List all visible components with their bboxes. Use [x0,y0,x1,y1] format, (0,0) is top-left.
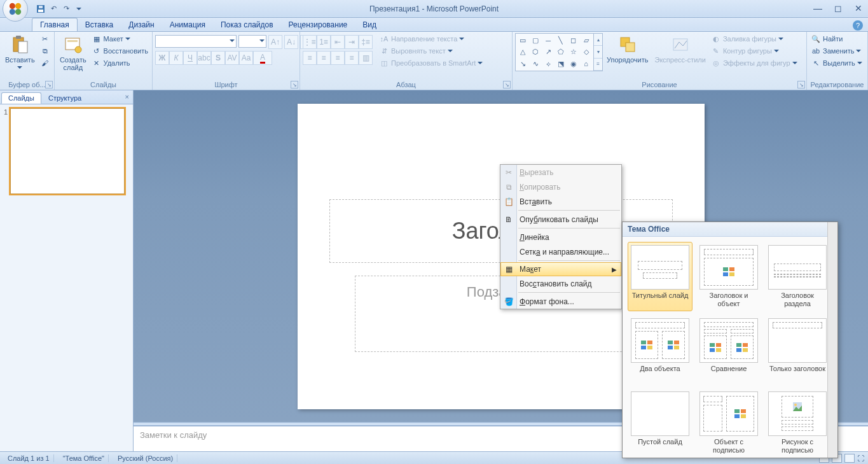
paste-button[interactable]: Вставить [3,33,38,71]
new-slide-button[interactable]: Создать слайд [57,33,89,73]
shadow-button[interactable]: S [211,51,225,65]
group-editing: 🔍Найти abЗаменить ↖Выделить Редактирован… [807,32,868,90]
effects-icon: ◎ [711,58,721,68]
ctx-paste[interactable]: 📋Вставить [500,194,621,209]
thumbnail-1[interactable]: 1 [4,108,129,194]
para-launcher[interactable]: ↘ [503,81,511,88]
close-button[interactable]: ✕ [853,3,864,14]
status-language[interactable]: Русский (Россия) [114,454,177,462]
format-icon: 🪣 [503,296,514,307]
clipboard-launcher[interactable]: ↘ [45,81,53,88]
svg-rect-18 [723,272,728,276]
font-name-combo[interactable] [155,35,237,48]
ctx-ruler[interactable]: Линейка [500,230,621,244]
shape-effects-button[interactable]: ◎Эффекты для фигур [710,57,799,69]
svg-rect-8 [16,36,21,39]
case-button[interactable]: Aa [239,51,253,65]
layout-title-content[interactable]: Заголовок и объект [696,242,761,311]
align-right-button[interactable]: ≡ [331,51,345,65]
shape-fill-button[interactable]: ◐Заливка фигуры [710,33,799,45]
layout-blank[interactable]: Пустой слайд [628,388,692,458]
group-font: A↑ A↓ A̷ Ж К Ч abc S AV Aa A Шрифт ↘ [153,32,300,90]
justify-button[interactable]: ≡ [345,51,359,65]
font-size-combo[interactable] [238,35,266,48]
panel-close-icon[interactable]: × [125,93,129,101]
ctx-layout[interactable]: ▦Макет▶ [500,262,621,276]
tab-animation[interactable]: Анимация [162,18,213,31]
layout-picture-caption[interactable]: Рисунок с подписью [765,388,827,458]
help-icon[interactable]: ? [853,20,863,31]
columns-button[interactable]: ▥ [359,51,373,65]
tab-home[interactable]: Главная [32,18,78,31]
shrink-font-button[interactable]: A↓ [284,35,298,49]
replace-icon: ab [811,46,821,56]
svg-point-1 [15,3,21,8]
numbering-button[interactable]: 1≡ [317,35,331,49]
layout-section-header[interactable]: Заголовок раздела [765,242,827,311]
valign-icon: ⇵ [379,46,389,56]
text-direction-button[interactable]: ↕AНаправление текста [378,33,484,45]
tab-outline-panel[interactable]: Структура [41,92,88,104]
smartart-button[interactable]: ◫Преобразовать в SmartArt [378,57,484,69]
grow-font-button[interactable]: A↑ [268,35,282,49]
tab-slideshow[interactable]: Показ слайдов [213,18,281,31]
select-button[interactable]: ↖Выделить [809,57,864,69]
svg-rect-14 [626,43,635,52]
view-show-icon[interactable] [844,454,855,463]
bullets-button[interactable]: ⋮≡ [303,35,317,49]
reset-button[interactable]: ↺Восстановить [90,45,149,57]
font-color-button[interactable]: A [253,51,272,65]
svg-point-0 [10,3,15,8]
layout-title-only[interactable]: Только заголовок [765,315,827,384]
svg-rect-9 [18,41,27,53]
ctx-grid[interactable]: Сетка и направляющие... [500,244,621,259]
ctx-format[interactable]: 🪣Формат фона... [500,294,621,309]
quick-styles-button[interactable]: Экспресс-стили [652,33,708,65]
tab-review[interactable]: Рецензирование [281,18,355,31]
delete-button[interactable]: ✕Удалить [90,57,149,69]
bold-button[interactable]: Ж [155,51,169,65]
arrange-button[interactable]: Упорядочить [604,33,651,65]
fit-icon[interactable]: ⛶ [857,454,864,462]
strike-button[interactable]: abc [197,51,211,65]
gallery-scrollbar[interactable] [827,222,837,458]
align-center-button[interactable]: ≡ [317,51,331,65]
tab-view[interactable]: Вид [355,18,384,31]
align-left-button[interactable]: ≡ [303,51,317,65]
font-launcher[interactable]: ↘ [291,81,298,88]
shapes-gallery[interactable]: ▭▢─╲◻▱ △⬡↗⬠☆◇ ↘∿⟡⬔◉⌂ [515,33,594,71]
tab-insert[interactable]: Вставка [78,18,121,31]
indent-dec-button[interactable]: ⇤ [331,35,345,49]
ctx-publish[interactable]: 🗎Опубликовать слайды [500,212,621,227]
svg-rect-17 [729,267,734,271]
spacing-button[interactable]: AV [225,51,239,65]
minimize-button[interactable]: — [812,3,823,14]
layout-button[interactable]: ▦Макет [90,33,149,45]
group-clipboard: Вставить ✂ ⧉ 🖌 Буфер об... ↘ [0,32,55,90]
line-spacing-button[interactable]: ‡≡ [359,35,373,49]
draw-launcher[interactable]: ↘ [797,81,805,88]
cut-button[interactable]: ✂ [39,33,52,45]
indent-inc-button[interactable]: ⇥ [345,35,359,49]
tab-slides-panel[interactable]: Слайды [1,92,41,104]
italic-button[interactable]: К [169,51,183,65]
copy-button[interactable]: ⧉ [39,45,52,57]
layout-title-slide[interactable]: Титульный слайд [628,242,692,311]
maximize-button[interactable]: ◻ [832,3,844,14]
svg-rect-29 [716,343,721,347]
svg-rect-34 [736,348,741,352]
find-button[interactable]: 🔍Найти [809,33,864,45]
shapes-scroll[interactable]: ▴▾≡ [594,33,603,71]
delete-icon: ✕ [92,58,102,68]
ctx-reset[interactable]: Восстановить слайд [500,276,621,291]
scissors-icon: ✂ [503,167,514,178]
shape-outline-button[interactable]: ✎Контур фигуры [710,45,799,57]
underline-button[interactable]: Ч [183,51,197,65]
layout-two-content[interactable]: Два объекта [628,315,692,384]
layout-content-caption[interactable]: Объект с подписью [696,388,761,458]
format-painter-button[interactable]: 🖌 [39,57,52,69]
tab-design[interactable]: Дизайн [121,18,162,31]
layout-comparison[interactable]: Сравнение [696,315,761,384]
align-text-button[interactable]: ⇵Выровнять текст [378,45,484,57]
replace-button[interactable]: abЗаменить [809,45,864,57]
